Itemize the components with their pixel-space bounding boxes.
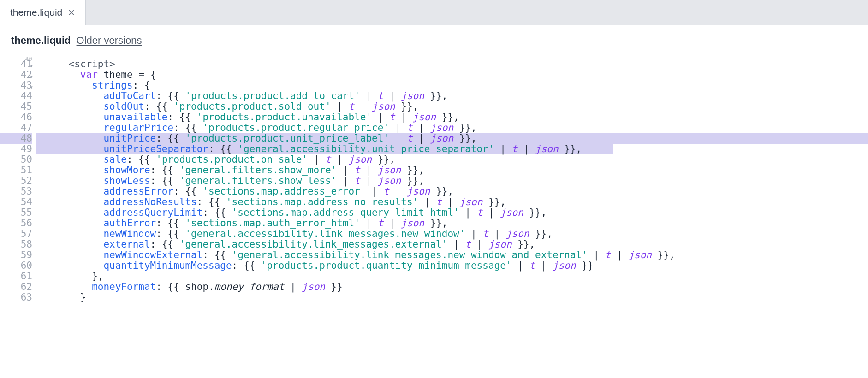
code-line[interactable]: strings: { xyxy=(45,80,868,91)
line-number: 46 xyxy=(0,112,32,123)
line-number: 59 xyxy=(0,250,32,260)
line-gutter[interactable]: 4041▾42▾43▾44454647484950515253545556575… xyxy=(0,53,36,303)
line-number: 52 xyxy=(0,176,32,186)
line-number: 58 xyxy=(0,239,32,250)
code-line[interactable]: } xyxy=(45,292,868,303)
line-number: 47 xyxy=(0,123,32,133)
line-number: 42▾ xyxy=(0,70,32,80)
older-versions-link[interactable]: Older versions xyxy=(77,35,142,47)
line-number: 56 xyxy=(0,218,32,229)
line-number: 54 xyxy=(0,197,32,207)
code-area[interactable]: <script> var theme = { strings: { addToC… xyxy=(36,53,868,303)
line-number: 43▾ xyxy=(0,80,32,91)
code-line[interactable]: var theme = { xyxy=(45,70,868,80)
close-icon[interactable]: ✕ xyxy=(68,7,75,18)
code-line[interactable]: authError: {{ 'sections.map.auth_error_h… xyxy=(45,218,868,229)
breadcrumb-file: theme.liquid xyxy=(11,35,71,47)
code-line[interactable]: quantityMinimumMessage: {{ 'products.pro… xyxy=(45,260,868,271)
line-number: 61 xyxy=(0,271,32,282)
code-line[interactable]: showLess: {{ 'general.filters.show_less'… xyxy=(45,176,868,186)
code-line[interactable]: external: {{ 'general.accessibility.link… xyxy=(45,239,868,250)
line-number: 53 xyxy=(0,186,32,197)
tab-title: theme.liquid xyxy=(10,7,62,18)
code-line[interactable]: <script> xyxy=(45,59,868,70)
line-number: 51 xyxy=(0,165,32,176)
line-number: 49 xyxy=(0,144,32,154)
breadcrumb: theme.liquid Older versions xyxy=(0,25,868,53)
code-line[interactable]: addressQueryLimit: {{ 'sections.map.addr… xyxy=(45,207,868,218)
code-line[interactable]: sale: {{ 'products.product.on_sale' | t … xyxy=(45,154,868,165)
code-line[interactable]: addressNoResults: {{ 'sections.map.addre… xyxy=(45,197,868,207)
code-line[interactable]: addressError: {{ 'sections.map.address_e… xyxy=(45,186,868,197)
line-number: 63 xyxy=(0,292,32,303)
line-number: 41▾ xyxy=(0,59,32,70)
code-line[interactable]: newWindowExternal: {{ 'general.accessibi… xyxy=(45,250,868,260)
line-number: 45 xyxy=(0,101,32,112)
code-line[interactable]: }, xyxy=(45,271,868,282)
tab-theme-liquid[interactable]: theme.liquid ✕ xyxy=(0,0,86,25)
line-number: 50 xyxy=(0,154,32,165)
code-line[interactable]: newWindow: {{ 'general.accessibility.lin… xyxy=(45,229,868,239)
tab-bar: theme.liquid ✕ xyxy=(0,0,868,25)
line-number: 48 xyxy=(0,133,32,144)
code-line[interactable]: regularPrice: {{ 'products.product.regul… xyxy=(45,123,868,133)
line-number: 44 xyxy=(0,91,32,101)
line-number: 60 xyxy=(0,260,32,271)
code-line[interactable]: unavailable: {{ 'products.product.unavai… xyxy=(45,112,868,123)
line-number: 62 xyxy=(0,282,32,292)
code-line[interactable]: soldOut: {{ 'products.product.sold_out' … xyxy=(45,101,868,112)
code-line[interactable]: unitPrice: {{ 'products.product.unit_pri… xyxy=(45,133,868,144)
editor: 4041▾42▾43▾44454647484950515253545556575… xyxy=(0,53,868,303)
code-line[interactable]: showMore: {{ 'general.filters.show_more'… xyxy=(45,165,868,176)
code-line[interactable]: moneyFormat: {{ shop.money_format | json… xyxy=(45,282,868,292)
line-number: 55 xyxy=(0,207,32,218)
code-line[interactable]: unitPriceSeparator: {{ 'general.accessib… xyxy=(45,144,868,154)
code-line[interactable]: addToCart: {{ 'products.product.add_to_c… xyxy=(45,91,868,101)
line-number: 57 xyxy=(0,229,32,239)
